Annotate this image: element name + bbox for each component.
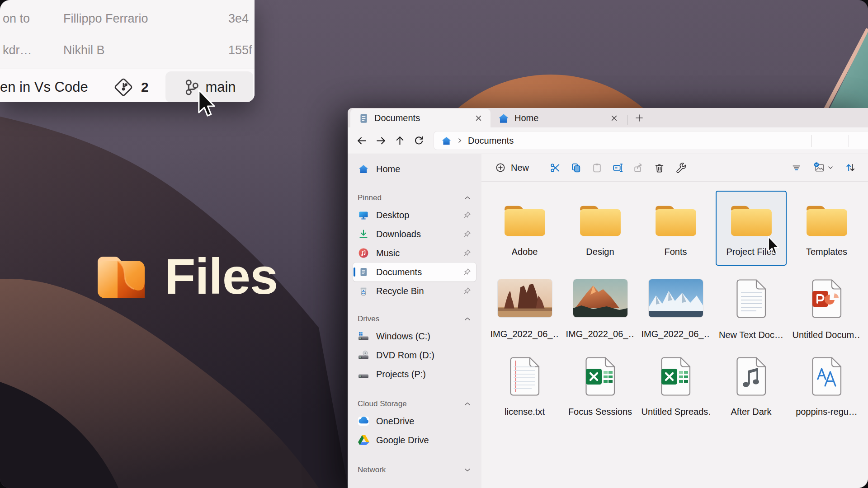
tab-home[interactable]: Home (491, 109, 626, 127)
file-tile-license[interactable]: license.txt (489, 353, 560, 428)
font-file-icon (812, 357, 842, 396)
commit-row[interactable]: kdr… Nikhil B 155f (0, 34, 255, 66)
mouse-cursor (198, 89, 216, 118)
pin-icon[interactable] (462, 267, 472, 277)
view-options-button[interactable] (808, 158, 838, 178)
sidebar-item-documents[interactable]: Documents (353, 263, 476, 282)
tab-bar: Documents Home (348, 108, 868, 127)
photo-thumbnail-desert (498, 279, 552, 317)
tab-label: Documents (374, 113, 467, 123)
folder-tile-adobe[interactable]: Adobe (489, 191, 560, 266)
image-tile[interactable]: IMG_2022_06_… (640, 272, 711, 347)
file-tile-excel[interactable]: Focus Sessions (565, 353, 636, 428)
file-name: Templates (806, 247, 847, 257)
file-tile[interactable]: New Text Doc… (716, 272, 787, 347)
back-button[interactable] (352, 131, 371, 150)
new-button[interactable]: New (489, 158, 535, 177)
file-tile[interactable]: Untitled Docum… (791, 272, 862, 347)
filter-button[interactable] (786, 158, 807, 178)
pin-icon[interactable] (462, 286, 472, 296)
excel-document-icon (585, 357, 615, 396)
commit-message: on to (3, 12, 30, 26)
chevron-down-icon (827, 164, 834, 171)
sidebar-item-projects-p[interactable]: Projects (P:) (353, 365, 476, 384)
circle-plus-icon (495, 162, 506, 173)
address-divider (849, 135, 849, 147)
commit-author: Fillippo Ferrario (63, 12, 148, 26)
file-tile-audio[interactable]: After Dark (716, 353, 787, 428)
share-button[interactable] (628, 158, 649, 178)
commit-hash: 155f (228, 43, 252, 57)
close-tab-icon[interactable] (607, 112, 621, 125)
file-name: New Text Doc… (719, 330, 783, 340)
refresh-button[interactable] (409, 131, 428, 150)
command-toolbar: New (481, 154, 868, 182)
google-drive-icon (358, 434, 369, 446)
file-name: Focus Sessions (568, 407, 632, 417)
forward-button[interactable] (371, 131, 390, 150)
file-name: poppins-regu… (796, 407, 858, 417)
file-manager-window: Documents Home (348, 108, 868, 488)
pin-icon[interactable] (462, 230, 472, 239)
sidebar-item-windows-c[interactable]: Windows (C:) (353, 327, 476, 346)
sidebar-item-label: Projects (P:) (376, 369, 472, 380)
up-button[interactable] (390, 131, 409, 150)
sidebar-section-drives[interactable]: Drives (353, 311, 476, 327)
sidebar-section-pinned[interactable]: Pinned (353, 190, 476, 206)
folder-tile-templates[interactable]: Templates (791, 191, 862, 266)
file-tile-font[interactable]: poppins-regu… (791, 353, 862, 428)
sidebar-item-label: Recycle Bin (376, 286, 456, 296)
sidebar-item-downloads[interactable]: Downloads (353, 225, 476, 244)
files-logo-folder-icon (98, 255, 145, 298)
music-file-icon (736, 357, 766, 396)
rename-button[interactable] (607, 158, 628, 178)
sidebar-item-recycle-bin[interactable]: Recycle Bin (353, 282, 476, 300)
sidebar-section-cloud-storage[interactable]: Cloud Storage (353, 396, 476, 412)
git-changes-indicator[interactable]: 2 (113, 77, 149, 98)
popup-footer: en in Vs Code 2 main (0, 69, 255, 102)
wrench-icon (675, 162, 686, 174)
pin-icon[interactable] (462, 249, 472, 258)
file-tile-excel[interactable]: Untitled Spreads… (640, 353, 711, 428)
filter-icon (791, 162, 802, 174)
delete-button[interactable] (649, 158, 670, 178)
commit-row[interactable]: on to Fillippo Ferrario 3e4 (0, 3, 255, 34)
properties-button[interactable] (670, 158, 690, 178)
folder-tile-fonts[interactable]: Fonts (640, 191, 711, 266)
new-tab-button[interactable] (632, 111, 646, 125)
image-tile[interactable]: IMG_2022_06_… (489, 272, 560, 347)
sidebar-item-desktop[interactable]: Desktop (353, 206, 476, 225)
copy-button[interactable] (566, 158, 586, 178)
sidebar-item-home[interactable]: Home (353, 160, 476, 178)
paste-button[interactable] (586, 158, 607, 178)
tab-documents[interactable]: Documents (350, 109, 491, 127)
document-icon (358, 266, 369, 278)
rename-icon (612, 162, 623, 174)
sort-button[interactable] (840, 158, 861, 178)
chevron-up-icon (463, 400, 472, 408)
sidebar-item-label: Documents (376, 267, 456, 277)
close-tab-icon[interactable] (472, 112, 485, 125)
folder-tile-design[interactable]: Design (565, 191, 636, 266)
folder-icon (654, 202, 698, 239)
drive-windows-icon (358, 330, 369, 342)
address-bar[interactable]: Documents (434, 131, 868, 150)
file-name: license.txt (505, 407, 545, 417)
cut-button[interactable] (545, 158, 566, 178)
sidebar-item-dvd-d[interactable]: DVD Rom (D:) (353, 346, 476, 365)
sidebar-item-onedrive[interactable]: OneDrive (353, 412, 476, 431)
sidebar-item-music[interactable]: Music (353, 244, 476, 263)
sidebar-section-network[interactable]: Network (353, 462, 476, 478)
sidebar-item-google-drive[interactable]: Google Drive (353, 431, 476, 450)
folder-icon (729, 202, 774, 239)
home-icon (441, 136, 452, 146)
open-in-vscode-label[interactable]: en in Vs Code (0, 79, 88, 95)
tab-divider (627, 115, 627, 125)
file-content-area: New (481, 154, 868, 488)
drive-icon (358, 368, 369, 380)
share-icon (633, 162, 644, 174)
git-changes-count: 2 (141, 80, 149, 95)
file-name: Design (586, 247, 614, 257)
pin-icon[interactable] (462, 211, 472, 220)
image-tile[interactable]: IMG_2022_06_… (565, 272, 636, 347)
